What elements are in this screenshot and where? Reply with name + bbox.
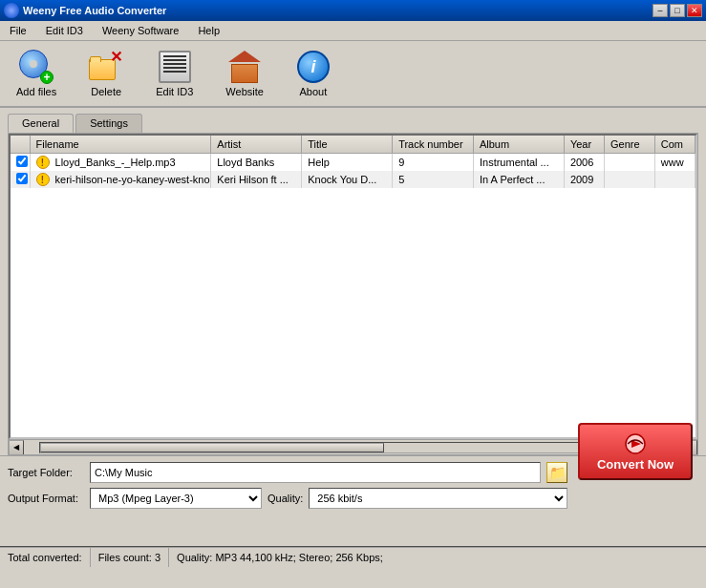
col-year: Year — [564, 136, 604, 154]
title-bar-left: Weeny Free Audio Converter — [4, 3, 166, 18]
warn-icon: ! — [36, 173, 50, 186]
website-button[interactable]: Website — [217, 45, 272, 102]
output-format-label: Output Format: — [8, 493, 84, 504]
row1-artist: Lloyd Banks — [211, 154, 302, 172]
table-header: Filename Artist Title Track number Album… — [11, 136, 695, 154]
row1-year: 2006 — [564, 154, 604, 172]
app-title: Weeny Free Audio Converter — [23, 5, 166, 16]
file-list[interactable]: Filename Artist Title Track number Album… — [9, 134, 697, 439]
col-artist: Artist — [211, 136, 302, 154]
main-content: Filename Artist Title Track number Album… — [8, 133, 698, 455]
tab-area: General Settings — [0, 108, 706, 133]
quality-select[interactable]: 64 kbit/s128 kbit/s192 kbit/s256 kbit/s3… — [309, 488, 567, 509]
browse-folder-button[interactable]: 📁 — [546, 462, 567, 483]
scroll-thumb[interactable] — [40, 443, 384, 452]
output-format-row: Output Format: Mp3 (Mpeg Layer-3)WAVOGGF… — [8, 488, 567, 509]
quality-label: Quality: — [267, 493, 303, 504]
add-files-label: Add files — [16, 86, 56, 97]
convert-now-button[interactable]: Convert Now — [578, 423, 693, 480]
tab-settings[interactable]: Settings — [75, 114, 142, 133]
col-check — [11, 136, 30, 154]
table-row: ! Lloyd_Banks_-_Help.mp3 Lloyd Banks Hel… — [11, 154, 695, 172]
row2-year: 2009 — [564, 171, 604, 188]
status-bar: Total converted: Files count: 3 Quality:… — [0, 546, 706, 567]
row2-title: Knock You D... — [302, 171, 393, 188]
row1-album: Instrumental ... — [473, 154, 564, 172]
delete-button[interactable]: ✕ Delete — [80, 45, 132, 102]
row2-check[interactable] — [11, 171, 30, 188]
row1-genre — [605, 154, 655, 172]
col-genre: Genre — [605, 136, 655, 154]
row2-comment — [654, 171, 695, 188]
convert-icon — [622, 432, 649, 455]
menu-help[interactable]: Help — [192, 23, 225, 38]
tab-general[interactable]: General — [8, 114, 74, 133]
about-button[interactable]: i About — [288, 45, 339, 102]
add-files-icon: + — [19, 50, 53, 84]
delete-icon: ✕ — [89, 50, 123, 84]
maximize-button[interactable]: □ — [670, 4, 685, 17]
target-folder-input[interactable] — [90, 462, 541, 483]
col-title: Title — [302, 136, 393, 154]
row2-genre — [605, 171, 655, 188]
app-icon — [4, 3, 19, 18]
scroll-track — [39, 442, 667, 453]
edit-id3-button[interactable]: Edit ID3 — [147, 45, 202, 102]
col-album: Album — [473, 136, 564, 154]
status-files-count: Files count: 3 — [91, 548, 169, 567]
row1-track: 9 — [393, 154, 474, 172]
website-icon — [227, 50, 262, 84]
col-comment: Com — [654, 136, 695, 154]
about-label: About — [300, 86, 328, 97]
convert-now-label: Convert Now — [597, 457, 674, 472]
folder-icon: 📁 — [549, 465, 566, 480]
row2-track: 5 — [393, 171, 474, 188]
toolbar: + Add files ✕ Delete — [0, 41, 706, 108]
close-button[interactable]: ✕ — [687, 4, 702, 17]
target-folder-row: Target Folder: 📁 — [8, 462, 567, 483]
menu-editid3[interactable]: Edit ID3 — [40, 23, 89, 38]
file-table: Filename Artist Title Track number Album… — [11, 136, 695, 188]
menu-bar: File Edit ID3 Weeny Software Help — [0, 21, 706, 41]
row2-filename: ! keri-hilson-ne-yo-kaney-west-kno... — [30, 171, 211, 188]
col-filename: Filename — [30, 136, 211, 154]
title-bar: Weeny Free Audio Converter – □ ✕ — [0, 0, 706, 21]
row1-filename: ! Lloyd_Banks_-_Help.mp3 — [30, 154, 211, 172]
menu-file[interactable]: File — [4, 23, 32, 38]
row2-artist: Keri Hilson ft ... — [211, 171, 302, 188]
menu-weeny-software[interactable]: Weeny Software — [96, 23, 185, 38]
target-folder-label: Target Folder: — [8, 467, 84, 478]
row1-check[interactable] — [11, 154, 30, 172]
website-label: Website — [225, 86, 264, 97]
minimize-button[interactable]: – — [653, 4, 668, 17]
warn-icon: ! — [36, 156, 50, 169]
status-total-converted: Total converted: — [8, 548, 91, 567]
output-format-select[interactable]: Mp3 (Mpeg Layer-3)WAVOGGFLACAACWMA — [90, 488, 262, 509]
edit-id3-icon — [158, 50, 192, 84]
row1-title: Help — [302, 154, 393, 172]
delete-label: Delete — [91, 86, 121, 97]
scroll-left-button[interactable]: ◀ — [9, 440, 24, 455]
window-controls: – □ ✕ — [653, 4, 702, 17]
bottom-area: Target Folder: 📁 Output Format: Mp3 (Mpe… — [0, 455, 706, 514]
add-files-button[interactable]: + Add files — [8, 45, 65, 102]
edit-id3-label: Edit ID3 — [156, 86, 193, 97]
row2-album: In A Perfect ... — [473, 171, 564, 188]
col-track: Track number — [393, 136, 474, 154]
row1-comment: www — [654, 154, 695, 172]
about-icon: i — [296, 50, 331, 84]
status-quality: Quality: MP3 44,100 kHz; Stereo; 256 Kbp… — [169, 548, 698, 567]
table-row: ! keri-hilson-ne-yo-kaney-west-kno... Ke… — [11, 171, 695, 188]
